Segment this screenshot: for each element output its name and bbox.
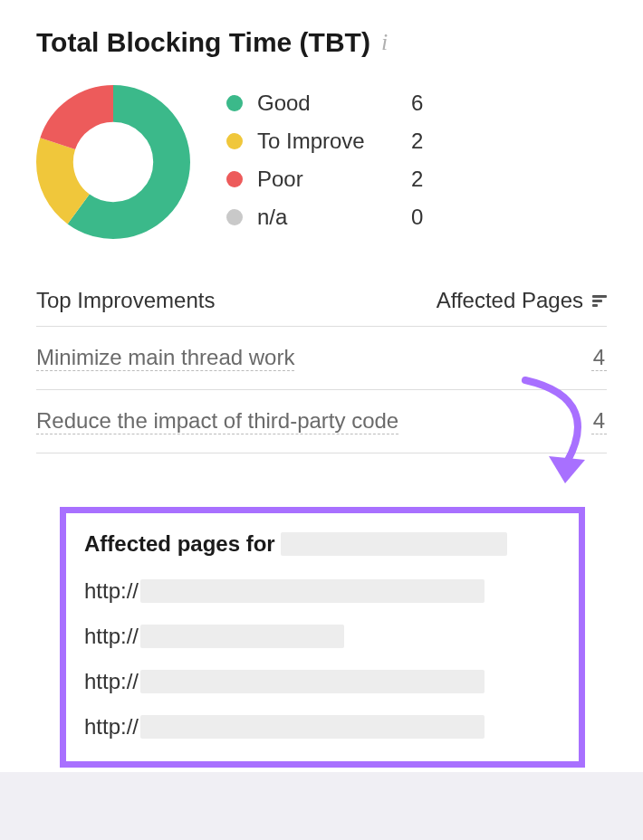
dot-icon <box>226 209 243 225</box>
improvement-link[interactable]: Reduce the impact of third-party code <box>36 408 398 434</box>
donut-chart <box>36 85 190 239</box>
improvement-link[interactable]: Minimize main thread work <box>36 345 294 371</box>
affected-page-url[interactable]: http:// <box>84 714 561 740</box>
improvement-count[interactable]: 4 <box>591 408 607 434</box>
info-icon[interactable]: i <box>381 29 388 56</box>
affected-page-url[interactable]: http:// <box>84 624 561 649</box>
column-improvements[interactable]: Top Improvements <box>36 288 215 313</box>
column-label: Affected Pages <box>437 288 583 313</box>
legend-label: n/a <box>257 205 411 230</box>
popout-title-text: Affected pages for <box>84 531 275 557</box>
affected-page-url[interactable]: http:// <box>84 578 561 604</box>
column-affected-pages[interactable]: Affected Pages <box>437 288 607 313</box>
legend-count: 2 <box>411 167 429 192</box>
legend-label: Poor <box>257 167 411 192</box>
url-prefix: http:// <box>84 669 139 694</box>
redacted-text <box>140 670 485 693</box>
dot-icon <box>226 95 243 111</box>
legend: Good 6 To Improve 2 Poor 2 n/a 0 <box>226 85 429 230</box>
redacted-text <box>140 715 485 739</box>
legend-item-improve[interactable]: To Improve 2 <box>226 129 429 154</box>
table-header: Top Improvements Affected Pages <box>36 275 607 327</box>
legend-item-poor[interactable]: Poor 2 <box>226 167 429 192</box>
header: Total Blocking Time (TBT) i <box>36 27 607 58</box>
dot-icon <box>226 133 243 149</box>
svg-marker-3 <box>549 456 585 483</box>
legend-count: 2 <box>411 129 429 154</box>
bottom-shade <box>0 772 643 840</box>
redacted-text <box>140 625 344 648</box>
redacted-text <box>140 579 485 603</box>
affected-pages-popout: Affected pages for http:// http:// http:… <box>60 507 585 768</box>
improvement-count[interactable]: 4 <box>591 345 607 371</box>
legend-item-good[interactable]: Good 6 <box>226 91 429 116</box>
legend-count: 0 <box>411 205 429 230</box>
popout-title: Affected pages for <box>84 531 561 557</box>
url-prefix: http:// <box>84 624 139 649</box>
legend-label: Good <box>257 91 411 116</box>
improvement-row: Reduce the impact of third-party code 4 <box>36 390 607 453</box>
affected-page-url[interactable]: http:// <box>84 669 561 694</box>
dot-icon <box>226 171 243 187</box>
legend-item-na[interactable]: n/a 0 <box>226 205 429 230</box>
legend-label: To Improve <box>257 129 411 154</box>
improvement-row: Minimize main thread work 4 <box>36 327 607 390</box>
url-prefix: http:// <box>84 714 139 740</box>
redacted-text <box>281 532 507 556</box>
stats-row: Good 6 To Improve 2 Poor 2 n/a 0 <box>36 85 607 239</box>
url-prefix: http:// <box>84 578 139 604</box>
page-title: Total Blocking Time (TBT) <box>36 27 370 58</box>
sort-desc-icon <box>592 295 607 307</box>
legend-count: 6 <box>411 91 429 116</box>
